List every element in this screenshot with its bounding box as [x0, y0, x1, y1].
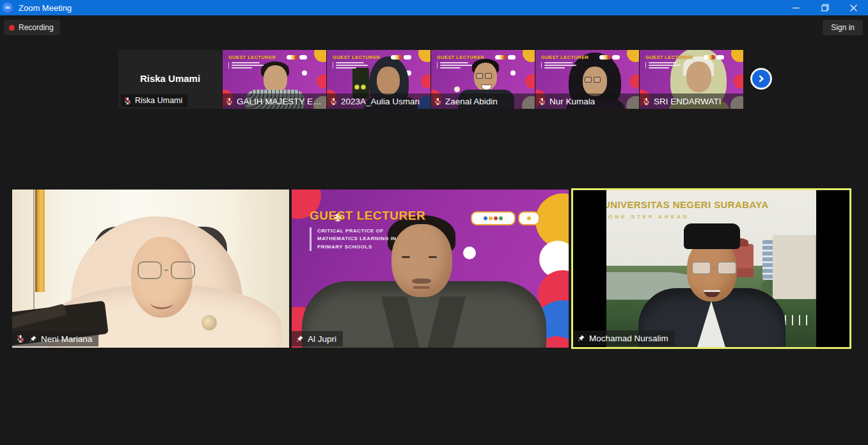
thumbnail-zaenal-abidin[interactable]: GUEST LECTURER Zaenal Abidin — [431, 50, 535, 109]
slide-line: MATHEMATICS LEARNING IN — [317, 235, 425, 243]
close-button[interactable] — [839, 0, 868, 15]
participant-name-label: Nur Kumala — [535, 93, 639, 109]
participant-name: Riska Umami — [135, 96, 182, 105]
video-tile-al-jupri[interactable]: GUEST LECTURER CRITICAL PRACTICE OF MATH… — [292, 190, 569, 348]
campus-tagline: ONE STEP AHEAD — [608, 214, 690, 220]
mic-muted-icon — [538, 97, 546, 106]
guest-lecturer-mini-slide: GUEST LECTURER — [541, 54, 588, 70]
mini-slide-lines — [228, 62, 276, 69]
participant-filmstrip: Riska Umami Riska Umami GUEST LECTURER — [118, 50, 743, 109]
thumbnail-aulia-usman[interactable]: GUEST LECTURER 2023A_Auli — [327, 50, 430, 109]
guest-lecturer-slide: GUEST LECTURER CRITICAL PRACTICE OF MATH… — [310, 209, 425, 251]
zoom-meeting-window: m Zoom Meeting Recording — [0, 0, 868, 445]
participant-name: GALIH MAJESTY ERA... — [237, 97, 326, 106]
sign-in-button[interactable]: Sign in — [823, 20, 863, 35]
logo-badges — [599, 55, 620, 60]
participant-name-label: Riska Umami — [121, 94, 187, 107]
mic-muted-icon — [329, 97, 338, 106]
participant-name: SRI ENDARWATI — [654, 97, 722, 106]
mic-muted-icon — [434, 97, 442, 106]
glasses — [692, 262, 736, 274]
participant-name-label: Mochamad Nursalim — [573, 330, 675, 346]
slide-line: PRIMARY SCHOOLS — [317, 243, 425, 251]
participant-name-label: SRI ENDARWATI — [640, 93, 743, 109]
logo-badges — [704, 55, 724, 60]
participant-name: Al Jupri — [308, 334, 336, 344]
brooch — [201, 315, 217, 330]
recording-indicator: Recording — [4, 20, 60, 35]
mini-slide-title: GUEST LECTURER — [645, 54, 693, 60]
pin-icon — [577, 334, 585, 343]
slide-line: CRITICAL PRACTICE OF — [317, 227, 425, 235]
mini-slide-title: GUEST LECTURER — [228, 54, 276, 60]
mini-slide-lines — [333, 62, 380, 69]
mic-muted-icon — [225, 97, 233, 106]
pin-icon — [29, 335, 37, 343]
mic-muted-icon — [123, 97, 132, 105]
curtain-strip — [35, 190, 45, 292]
minimize-icon — [793, 4, 800, 12]
minimize-button[interactable] — [782, 0, 810, 15]
guest-lecturer-mini-slide: GUEST LECTURER — [645, 54, 693, 70]
participant-name: Zaenal Abidin — [445, 97, 498, 106]
white-building — [773, 235, 816, 299]
participant-center-name: Riska Umami — [118, 73, 222, 84]
zoom-app-icon-letter: m — [5, 5, 10, 10]
guest-lecturer-mini-slide: GUEST LECTURER — [333, 54, 380, 70]
logo-badges — [391, 55, 411, 60]
sign-in-label: Sign in — [831, 23, 855, 32]
logo-badges — [471, 211, 540, 225]
mic-muted-icon — [16, 334, 25, 343]
participant-name: Neni Mariana — [41, 334, 92, 344]
mini-slide-title: GUEST LECTURER — [541, 54, 588, 60]
mini-slide-lines — [645, 62, 693, 69]
eye — [402, 256, 410, 258]
thumbnail-nur-kumala[interactable]: GUEST LECTURER Nur Kumala — [535, 50, 639, 109]
titlebar: m Zoom Meeting — [0, 0, 868, 15]
mini-slide-title: GUEST LECTURER — [333, 54, 380, 60]
thumbnail-galih[interactable]: GUEST LECTURER GALIH MAJESTY ERA... — [223, 50, 326, 109]
guest-lecturer-mini-slide: GUEST LECTURER — [437, 54, 484, 70]
mini-slide-lines — [541, 62, 588, 69]
thumbnail-sri-endarwati[interactable]: GUEST LECTURER SRI ENDARWATI — [640, 50, 743, 109]
mini-slide-title: GUEST LECTURER — [437, 54, 484, 60]
participant-name-label: Neni Mariana — [12, 331, 99, 346]
next-participants-button[interactable] — [750, 68, 772, 90]
slide-subtitle: CRITICAL PRACTICE OF MATHEMATICS LEARNIN… — [310, 227, 425, 251]
smile — [150, 296, 173, 309]
chevron-right-icon — [757, 74, 766, 83]
restore-icon — [821, 4, 829, 12]
pin-icon — [296, 335, 304, 343]
recording-dot-icon — [9, 25, 15, 31]
guest-lecturer-mini-slide: GUEST LECTURER — [228, 54, 276, 70]
glasses — [138, 261, 195, 279]
recording-label: Recording — [19, 23, 54, 32]
participant-name: Nur Kumala — [549, 97, 595, 106]
logo-badges — [495, 55, 516, 60]
thumbnail-riska-umami[interactable]: Riska Umami Riska Umami — [118, 50, 222, 109]
video-tile-mochamad-nursalim-active-speaker[interactable]: UNIVERSITAS NEGERI SURABAYA ONE STEP AHE… — [571, 188, 851, 349]
window-title: Zoom Meeting — [19, 3, 72, 13]
mini-slide-lines — [437, 62, 484, 69]
participant-name-label: 2023A_Aulia Usman — [327, 93, 430, 109]
participant-name-label: Zaenal Abidin — [431, 93, 535, 109]
zoom-app-icon: m — [3, 3, 13, 13]
campus-title: UNIVERSITAS NEGERI SURABAYA — [606, 199, 769, 210]
mic-muted-icon — [642, 97, 651, 106]
video-content: UNIVERSITAS NEGERI SURABAYA ONE STEP AHE… — [606, 190, 816, 347]
participant-name-label: GALIH MAJESTY ERA... — [223, 93, 326, 109]
participant-name-label: Al Jupri — [292, 331, 343, 346]
eye — [429, 256, 437, 258]
restore-button[interactable] — [810, 0, 839, 15]
participant-name: 2023A_Aulia Usman — [341, 97, 420, 106]
participant-name: Mochamad Nursalim — [589, 334, 668, 343]
logo-badges — [287, 55, 307, 60]
close-icon — [850, 4, 857, 12]
window-controls — [782, 0, 868, 15]
mouth — [413, 286, 430, 289]
peci-cap — [684, 223, 740, 249]
video-tile-neni-mariana[interactable]: Neni Mariana — [12, 190, 289, 348]
mustache — [412, 279, 431, 284]
slide-title: GUEST LECTURER — [310, 209, 425, 223]
curtain-pole — [33, 190, 35, 318]
